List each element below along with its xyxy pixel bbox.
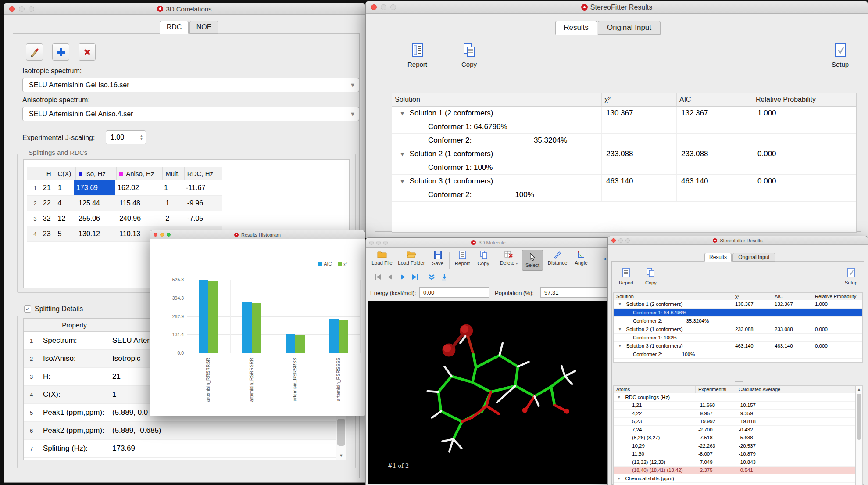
minimize-button[interactable]	[19, 6, 25, 12]
checkbox-box-icon[interactable]: ✓	[24, 305, 31, 313]
distance-button[interactable]: Distance	[545, 251, 570, 266]
disclosure-triangle-icon[interactable]: ▼	[618, 327, 622, 331]
scrollbar-thumb[interactable]	[857, 394, 861, 440]
play-conformers-button[interactable]	[400, 274, 406, 280]
disclosure-triangle-icon[interactable]: ▼	[618, 302, 622, 306]
close-button[interactable]	[611, 238, 616, 243]
atom-row[interactable]: 10,29-22.263-20.537	[614, 442, 855, 450]
tab-rdc[interactable]: RDC	[160, 21, 189, 34]
solution-row[interactable]: Conformer 1: 100%	[392, 161, 856, 175]
scroll-up-icon[interactable]: ▲	[856, 387, 862, 392]
close-button[interactable]	[371, 4, 377, 10]
atom-row[interactable]: (8,26) (8,27)-7.518-5.638	[614, 434, 855, 442]
bar-χ²-artemisin_RSRSSSS[interactable]	[339, 320, 348, 353]
solution-row[interactable]: Conformer 1: 64.6796%	[614, 309, 862, 317]
close-button[interactable]	[369, 241, 374, 245]
detail-row[interactable]: 7Splitting (Hz):173.69	[24, 440, 336, 458]
disclosure-triangle-icon[interactable]: ▼	[400, 178, 405, 185]
solution-row[interactable]: ▼Solution 1 (2 conformers)130.367132.367…	[392, 107, 856, 120]
titlebar[interactable]: StereoFitter Results	[608, 236, 868, 245]
minimize-button[interactable]	[376, 241, 381, 245]
solution-row[interactable]: Conformer 2: 35.3204%	[392, 134, 856, 147]
tab-noe[interactable]: NOE	[189, 21, 218, 34]
bar-χ²-artemisin_RSRSRSS[interactable]	[295, 335, 305, 353]
atom-row[interactable]: ▼RDC couplings (Hz)	[614, 393, 855, 402]
molecule-viewport[interactable]: #1 of 2	[368, 301, 609, 484]
close-button[interactable]	[154, 233, 157, 237]
splitting-row[interactable]: 2224125.44115.481-9.96	[27, 196, 222, 211]
atom-row[interactable]: ▼Chemical shifts (ppm)	[614, 474, 855, 483]
copy-button[interactable]: Copy	[645, 268, 657, 285]
energy-input[interactable]: 0.00	[419, 287, 489, 298]
solution-row[interactable]: Conformer 1: 64.6796%	[392, 120, 856, 134]
first-conformer-button[interactable]	[374, 274, 382, 280]
splitting-details-checkbox[interactable]: ✓ Splitting Details	[24, 305, 83, 313]
atom-row[interactable]: (12,32) (12,33)-7.049-10.843	[614, 458, 855, 467]
zoom-button[interactable]	[625, 238, 630, 243]
solution-row[interactable]: ▼Solution 2 (1 conformers)233.088233.088…	[392, 147, 856, 161]
aniso-spectrum-select[interactable]: SELU Artemisinin Gel Aniso.4.ser ▾	[22, 107, 359, 121]
tab-results[interactable]: Results	[555, 21, 597, 35]
titlebar[interactable]: 3D Correlations	[4, 3, 365, 15]
titlebar[interactable]: Results Histogram	[150, 230, 365, 239]
solution-row[interactable]: Conformer 2: 100%	[392, 188, 856, 202]
bar-AIC-artemisin_RSRRSRR[interactable]	[242, 302, 252, 353]
disclosure-triangle-icon[interactable]: ▼	[400, 151, 405, 158]
molecule-3d-render[interactable]	[368, 301, 609, 484]
population-input[interactable]: 97.31	[540, 287, 609, 298]
load-file-button[interactable]: Load File	[370, 251, 394, 266]
zoom-button[interactable]	[383, 241, 388, 245]
bar-χ²-artemisin_RSRRSRR[interactable]	[252, 303, 261, 353]
assign-tool-button[interactable]	[26, 43, 43, 61]
angle-button[interactable]: Angle	[571, 251, 591, 266]
disclosure-triangle-icon[interactable]: ▼	[618, 344, 622, 348]
disclosure-triangle-icon[interactable]: ▼	[617, 395, 621, 399]
setup-button[interactable]: Setup	[845, 268, 857, 285]
scrollbar-thumb[interactable]	[337, 419, 345, 446]
atom-row[interactable]: 11,30-8.007-10.879	[614, 450, 855, 459]
select-button[interactable]: Select	[522, 250, 543, 271]
solution-row[interactable]: Conformer 1: 100%	[614, 334, 862, 342]
jscaling-spinbox[interactable]: 1.00 ▲▼	[106, 130, 146, 144]
bar-AIC-artemisin_RRSRRSR[interactable]	[199, 280, 208, 353]
atom-row[interactable]: 1,21-11.668-10.157	[614, 402, 855, 410]
atom-row[interactable]: (18,40) (18,41) (18,42)-2.375-0.541	[614, 467, 855, 475]
titlebar[interactable]: 3D Molecule	[366, 238, 611, 248]
previous-conformer-button[interactable]	[387, 274, 393, 280]
stepper-arrows-icon[interactable]: ▲▼	[140, 134, 143, 141]
disclosure-triangle-icon[interactable]: ▼	[617, 476, 621, 481]
superpose-button[interactable]	[428, 274, 435, 280]
bar-χ²-artemisin_RRSRRSR[interactable]	[208, 281, 218, 353]
report-button[interactable]: Report	[619, 268, 633, 285]
atom-row[interactable]: 193.686100.910	[614, 483, 855, 485]
iso-spectrum-select[interactable]: SELU Artemisinin Gel Iso.16.ser ▾	[22, 78, 359, 92]
report-button[interactable]: Report	[407, 43, 427, 68]
zoom-button[interactable]	[390, 4, 396, 10]
delete-button[interactable]	[79, 43, 96, 61]
solution-row[interactable]: ▼Solution 1 (2 conformers)130.367132.367…	[614, 300, 862, 309]
add-button[interactable]	[52, 43, 69, 61]
chevron-down-icon[interactable]: ▾	[516, 262, 518, 266]
atom-row[interactable]: 4,22-9.957-9.359	[614, 410, 855, 418]
solution-row[interactable]: ▼Solution 3 (1 conformers)463.140463.140…	[392, 175, 856, 188]
zoom-button[interactable]	[29, 6, 34, 12]
copy-button[interactable]: Copy	[475, 251, 492, 266]
tab-results[interactable]: Results	[704, 253, 732, 262]
atom-row[interactable]: 7,24-2.700-0.432	[614, 426, 855, 434]
minimize-button[interactable]	[618, 238, 623, 243]
save-button[interactable]: Save	[429, 251, 447, 266]
next-conformer-button[interactable]	[411, 274, 419, 280]
solution-row[interactable]: Conformer 2: 35.3204%	[614, 317, 862, 325]
atom-row[interactable]: 5,23-19.992-19.818	[614, 418, 855, 426]
detail-row[interactable]: 6Peak2 (ppm,ppm):(5.889, -0.685)	[24, 422, 336, 440]
solution-row[interactable]: Conformer 2: 100%	[614, 350, 862, 359]
tab-original-input[interactable]: Original Input	[732, 253, 775, 262]
close-button[interactable]	[9, 6, 15, 12]
bar-AIC-artemisin_RSRSSSS[interactable]	[329, 319, 339, 353]
disclosure-triangle-icon[interactable]: ▼	[400, 110, 405, 117]
delete-button[interactable]: Delete ▾	[497, 251, 520, 266]
scroll-down-icon[interactable]: ▼	[336, 453, 346, 458]
atoms-scrollbar[interactable]: ▲	[855, 385, 863, 485]
report-button[interactable]: Report	[452, 251, 473, 266]
tab-original-input[interactable]: Original Input	[598, 21, 661, 35]
